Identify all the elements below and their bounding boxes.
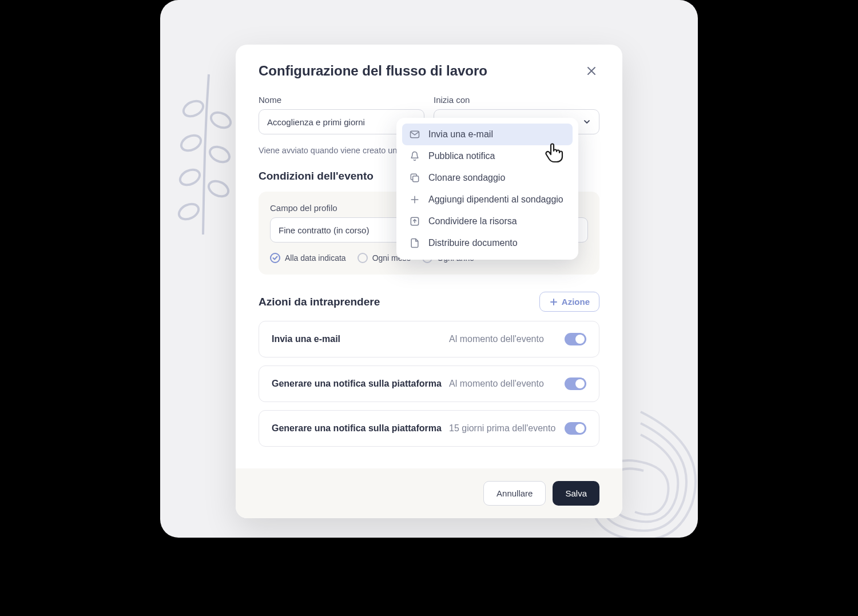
modal-header: Configurazione del flusso di lavoro xyxy=(236,45,622,84)
action-card: Invia una e-mail Al momento dell'evento xyxy=(259,321,599,357)
modal-title: Configurazione del flusso di lavoro xyxy=(259,63,487,79)
action-toggle[interactable] xyxy=(565,377,586,390)
action-timing: 15 giorni prima dell'evento xyxy=(449,423,565,434)
dropdown-item-label: Clonare sondaggio xyxy=(428,173,505,183)
dropdown-item-share-resource[interactable]: Condividere la risorsa xyxy=(402,210,573,232)
share-icon xyxy=(409,216,420,227)
svg-point-0 xyxy=(181,98,206,120)
add-action-button[interactable]: Azione xyxy=(539,292,599,312)
dropdown-item-publish-notification[interactable]: Pubblica notifica xyxy=(402,145,573,167)
action-timing: Al momento dell'evento xyxy=(449,334,565,344)
dropdown-item-send-email[interactable]: Invia una e-mail xyxy=(402,124,573,145)
svg-point-3 xyxy=(208,144,232,165)
action-toggle[interactable] xyxy=(565,422,586,435)
action-name: Generare una notifica sulla piattaforma xyxy=(272,423,449,434)
svg-point-2 xyxy=(179,133,204,154)
plus-icon xyxy=(549,297,558,307)
dropdown-item-label: Aggiungi dipendenti al sondaggio xyxy=(428,194,563,205)
copy-icon xyxy=(409,172,420,184)
svg-point-1 xyxy=(209,110,233,131)
app-canvas: Configurazione del flusso di lavoro Nome… xyxy=(160,0,698,538)
action-timing: Al momento dell'evento xyxy=(449,379,565,389)
actions-header: Azioni da intraprendere Azione xyxy=(259,292,599,312)
add-action-label: Azione xyxy=(562,297,590,307)
close-button[interactable] xyxy=(583,63,599,79)
dropdown-item-label: Invia una e-mail xyxy=(428,129,493,140)
dropdown-item-label: Distribuire documento xyxy=(428,238,518,248)
dropdown-item-distribute-document[interactable]: Distribuire documento xyxy=(402,232,573,254)
name-label: Nome xyxy=(259,95,424,105)
dropdown-item-label: Condividere la risorsa xyxy=(428,216,517,226)
modal-footer: Annullare Salva xyxy=(236,468,622,518)
check-icon xyxy=(272,255,279,261)
bell-icon xyxy=(409,150,420,162)
chevron-down-icon xyxy=(583,118,591,126)
action-card: Generare una notifica sulla piattaforma … xyxy=(259,365,599,402)
action-toggle[interactable] xyxy=(565,333,586,345)
action-type-dropdown: Invia una e-mail Pubblica notifica Clona… xyxy=(396,118,578,260)
plus-icon xyxy=(409,194,420,205)
action-card: Generare una notifica sulla piattaforma … xyxy=(259,410,599,447)
svg-point-4 xyxy=(178,167,202,188)
close-icon xyxy=(586,65,597,77)
dropdown-item-label: Pubblica notifica xyxy=(428,151,495,161)
save-button[interactable]: Salva xyxy=(553,481,599,506)
action-name: Invia una e-mail xyxy=(272,334,449,344)
dropdown-item-add-employees[interactable]: Aggiungi dipendenti al sondaggio xyxy=(402,189,573,210)
radio-on-date[interactable]: Alla data indicata xyxy=(270,253,346,263)
mail-icon xyxy=(409,129,420,140)
workflow-config-modal: Configurazione del flusso di lavoro Nome… xyxy=(236,45,622,518)
cancel-button[interactable]: Annullare xyxy=(483,481,546,506)
profile-field-value: Fine contratto (in corso) xyxy=(279,225,369,235)
svg-point-5 xyxy=(206,178,231,200)
actions-title: Azioni da intraprendere xyxy=(259,296,380,308)
svg-rect-8 xyxy=(413,176,419,182)
document-icon xyxy=(409,237,420,249)
action-name: Generare una notifica sulla piattaforma xyxy=(272,379,449,389)
svg-point-6 xyxy=(177,201,201,222)
dropdown-item-clone-survey[interactable]: Clonare sondaggio xyxy=(402,167,573,189)
start-label: Inizia con xyxy=(434,95,599,105)
radio-label: Alla data indicata xyxy=(285,253,346,263)
